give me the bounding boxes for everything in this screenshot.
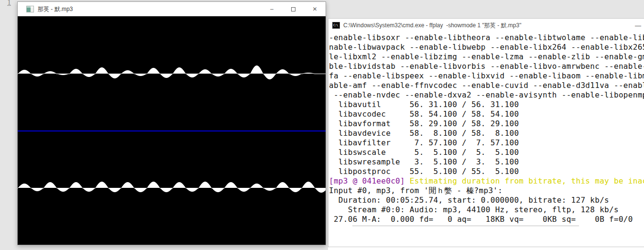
maximize-icon <box>291 7 295 11</box>
console-line: [mp3 @ 041ee0c0] Estimating duration fro… <box>329 176 644 186</box>
minimize-icon: – <box>270 6 273 12</box>
console-line: libavutil 56. 31.100 / 56. 31.100 <box>329 100 644 109</box>
console-line: libswscale 5. 5.100 / 5. 5.100 <box>329 148 644 157</box>
console-line: libpostproc 55. 5.100 / 55. 5.100 <box>329 167 644 176</box>
console-line: -enable-libsoxr --enable-libtheora --ena… <box>329 33 644 43</box>
cmd-window-title: C:\Windows\System32\cmd.exe - ffplay -sh… <box>343 22 521 30</box>
cmd-titlebar[interactable]: C:\ C:\Windows\System32\cmd.exe - ffplay… <box>328 19 644 32</box>
console-line: libavformat 58. 29.100 / 58. 29.100 <box>329 119 644 129</box>
minimize-button[interactable]: – <box>261 2 283 16</box>
console-line: nable-libwavpack --enable-libwebp --enab… <box>329 43 644 52</box>
console-line: libavfilter 7. 57.100 / 7. 57.100 <box>329 138 644 148</box>
console-line: 27.06 M-A: 0.000 fd= 0 aq= 18KB vq= 0KB … <box>329 215 644 224</box>
close-icon: ✕ <box>312 6 317 12</box>
console-line: ble-libvidstab --enable-libvorbis --enab… <box>329 62 644 71</box>
waveform-display[interactable] <box>18 16 326 245</box>
console-line: --enable-nvdec --enable-dxva2 --enable-a… <box>329 90 644 100</box>
console-line: libavcodec 58. 54.100 / 58. 54.100 <box>329 109 644 119</box>
desktop-corner-mark: 1 <box>7 0 11 7</box>
console-line: able-amf --enable-ffnvcodec --enable-cuv… <box>329 81 644 90</box>
cmd-window-bottom-edge <box>352 226 579 226</box>
ffplay-titlebar[interactable]: 那英 - 默.mp3 – ✕ <box>18 2 326 16</box>
console-line: libavdevice 58. 8.100 / 58. 8.100 <box>329 129 644 138</box>
maximize-button[interactable] <box>283 2 304 16</box>
console-output: -enable-libsoxr --enable-libtheora --ena… <box>328 32 644 226</box>
cmd-icon: C:\ <box>332 22 340 29</box>
console-line: libswresample 3. 5.100 / 3. 5.100 <box>329 157 644 167</box>
console-line: Duration: 00:05:25.74, start: 0.000000, … <box>329 196 644 205</box>
minimize-icon: — <box>635 22 641 29</box>
ffplay-window-title: 那英 - 默.mp3 <box>38 5 73 13</box>
console-line: fa --enable-libspeex --enable-libxvid --… <box>329 71 644 81</box>
ffplay-app-icon <box>26 6 34 12</box>
console-line: le-libxml2 --enable-libzimg --enable-lzm… <box>329 52 644 62</box>
console-line: Input #0, mp3, from '閒ｈ嫳 - 榛?mp3': <box>329 186 644 196</box>
desktop: 1 那英 - 默.mp3 – ✕ C:\ <box>0 0 644 250</box>
close-button[interactable]: ✕ <box>304 2 326 16</box>
console-line: Stream #0:0: Audio: mp3, 44100 Hz, stere… <box>329 205 644 215</box>
cmd-window: C:\ C:\Windows\System32\cmd.exe - ffplay… <box>328 18 644 247</box>
waveform-canvas[interactable] <box>18 16 326 245</box>
ffplay-window: 那英 - 默.mp3 – ✕ <box>17 1 326 245</box>
cmd-minimize-button[interactable]: — <box>627 19 644 32</box>
